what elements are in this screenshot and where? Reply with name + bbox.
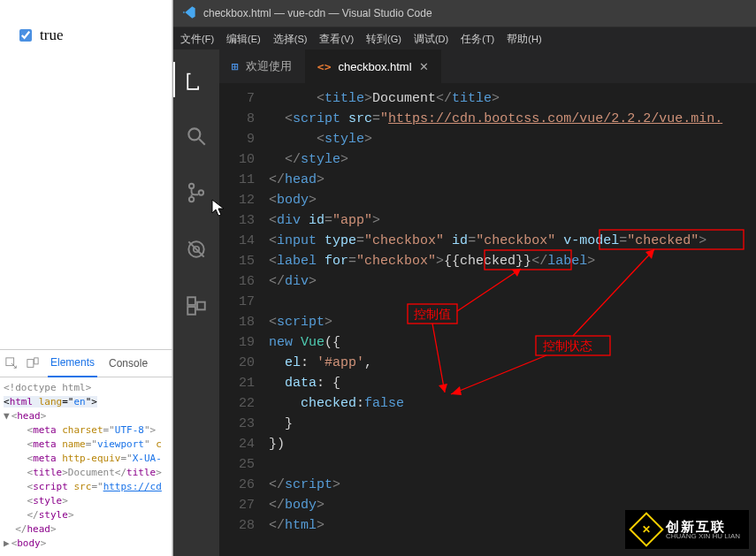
editor[interactable]: 7891011121314151617181920212223242526272… xyxy=(219,83,756,556)
activity-explorer-icon[interactable] xyxy=(173,62,219,97)
svg-rect-2 xyxy=(34,358,38,364)
menu-文件[interactable]: 文件(F) xyxy=(180,32,214,47)
code-line[interactable]: checked:false xyxy=(269,393,756,414)
code-line[interactable]: <title>Document</title> xyxy=(269,88,756,109)
menu-bar: 文件(F)编辑(E)选择(S)查看(V)转到(G)调试(D)任务(T)帮助(H) xyxy=(173,27,756,51)
svg-line-4 xyxy=(199,139,205,145)
tab-label: checkbox.html xyxy=(338,60,411,73)
watermark-logo: ✕ 创新互联 CHUANG XIN HU LIAN xyxy=(625,510,749,549)
title-bar: checkbox.html — vue-cdn — Visual Studio … xyxy=(173,0,756,27)
svg-point-6 xyxy=(189,197,194,202)
dom-node[interactable]: <style> xyxy=(4,494,171,508)
file-icon: <> xyxy=(317,60,332,73)
demo-checkbox[interactable] xyxy=(19,29,32,42)
dom-node[interactable]: </style> xyxy=(4,508,171,522)
menu-编辑[interactable]: 编辑(E) xyxy=(226,32,261,47)
vue-checkbox-demo[interactable]: true xyxy=(16,27,163,44)
code-line[interactable]: }) xyxy=(269,434,756,454)
svg-rect-12 xyxy=(187,307,195,315)
browser-pane: true Elements Console <!doctype html><ht… xyxy=(0,0,172,556)
tab-label: 欢迎使用 xyxy=(246,58,292,74)
code-line[interactable]: <body> xyxy=(269,190,756,210)
dom-node[interactable]: ▶<body> xyxy=(4,537,171,551)
window-title: checkbox.html — vue-cdn — Visual Studio … xyxy=(203,7,432,19)
svg-point-3 xyxy=(188,128,200,140)
close-icon[interactable]: ✕ xyxy=(419,60,429,73)
code-line[interactable]: <script src="https://cdn.bootcss.com/vue… xyxy=(269,109,756,129)
demo-checkbox-label: true xyxy=(40,27,63,44)
dom-node[interactable]: <!doctype html> xyxy=(4,381,171,395)
dom-node[interactable]: <meta name="viewport" c xyxy=(4,438,171,452)
activity-scm-icon[interactable] xyxy=(173,175,219,210)
file-icon: ⊞ xyxy=(232,60,239,73)
code-line[interactable]: </head> xyxy=(269,170,756,190)
svg-point-5 xyxy=(189,184,194,188)
svg-point-7 xyxy=(199,190,203,194)
browser-viewport: true xyxy=(0,0,172,44)
code-line[interactable]: </script> xyxy=(269,475,756,495)
dom-node[interactable]: ▼<head> xyxy=(4,409,171,423)
svg-rect-1 xyxy=(27,360,34,368)
dom-node[interactable]: <meta charset="UTF-8"> xyxy=(4,423,171,438)
line-number-gutter: 7891011121314151617181920212223242526272… xyxy=(219,83,269,556)
editor-tab-欢迎使用[interactable]: ⊞欢迎使用 xyxy=(219,50,305,83)
code-line[interactable]: <label for="checkbox">{{checked}}</label… xyxy=(269,251,756,271)
device-icon[interactable] xyxy=(27,357,39,369)
code-line[interactable]: } xyxy=(269,414,756,434)
devtools-tab-elements[interactable]: Elements xyxy=(48,349,97,377)
menu-调试[interactable]: 调试(D) xyxy=(414,32,448,47)
code-line[interactable]: </style> xyxy=(269,149,756,170)
code-line[interactable]: el: '#app', xyxy=(269,353,756,373)
code-line[interactable]: data: { xyxy=(269,373,756,393)
menu-查看[interactable]: 查看(V) xyxy=(319,32,354,47)
vs-logo-icon xyxy=(182,5,196,22)
menu-任务[interactable]: 任务(T) xyxy=(461,32,494,47)
menu-选择[interactable]: 选择(S) xyxy=(273,32,308,47)
code-line[interactable]: <style> xyxy=(269,129,756,149)
editor-tab-checkbox.html[interactable]: <>checkbox.html✕ xyxy=(305,50,442,83)
devtools-tab-console[interactable]: Console xyxy=(106,350,150,377)
code-area[interactable]: <title>Document</title> <script src="htt… xyxy=(269,83,756,556)
logo-text-zh: 创新互联 xyxy=(666,520,740,533)
dom-node[interactable]: <meta http-equiv="X-UA- xyxy=(4,452,171,466)
code-line[interactable]: <input type="checkbox" id="checkbox" v-m… xyxy=(269,231,756,251)
menu-帮助[interactable]: 帮助(H) xyxy=(507,32,541,47)
svg-rect-11 xyxy=(187,297,195,305)
vscode-window: checkbox.html — vue-cdn — Visual Studio … xyxy=(172,0,756,556)
dom-node[interactable]: <html lang="en"> xyxy=(4,395,171,409)
devtools-dom-tree[interactable]: <!doctype html><html lang="en">▼<head> <… xyxy=(0,377,172,556)
code-line[interactable]: </div> xyxy=(269,271,756,292)
activity-search-icon[interactable] xyxy=(173,118,219,154)
dom-node[interactable]: </head> xyxy=(4,522,171,537)
code-line[interactable] xyxy=(269,454,756,475)
code-line[interactable] xyxy=(269,292,756,312)
editor-tab-bar: ⊞欢迎使用<>checkbox.html✕ xyxy=(219,50,756,83)
activity-bar xyxy=(173,50,219,556)
editor-group: ⊞欢迎使用<>checkbox.html✕ 789101112131415161… xyxy=(219,50,756,556)
menu-转到[interactable]: 转到(G) xyxy=(366,32,401,47)
activity-extensions-icon[interactable] xyxy=(173,288,219,324)
devtools-panel: Elements Console <!doctype html><html la… xyxy=(0,349,172,556)
logo-text-en: CHUANG XIN HU LIAN xyxy=(666,533,740,540)
activity-debug-icon[interactable] xyxy=(173,232,219,267)
code-line[interactable]: <div id="app"> xyxy=(269,210,756,231)
code-line[interactable]: <script> xyxy=(269,312,756,332)
devtools-tabs: Elements Console xyxy=(0,350,172,377)
svg-rect-13 xyxy=(197,302,205,310)
inspect-icon[interactable] xyxy=(5,357,18,369)
dom-node[interactable]: <title>Document</title> xyxy=(4,466,171,480)
dom-node[interactable]: <script src="https://cd xyxy=(4,480,171,494)
code-line[interactable]: new Vue({ xyxy=(269,332,756,353)
